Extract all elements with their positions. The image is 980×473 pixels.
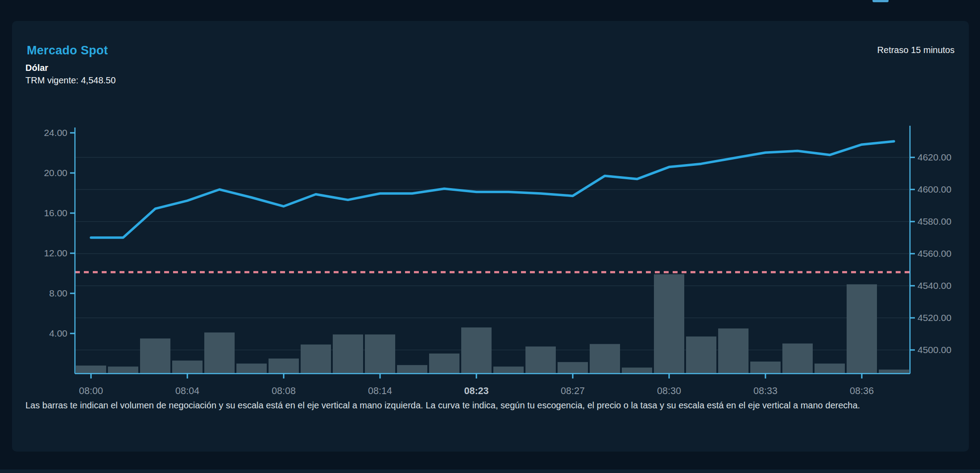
volume-bar[interactable] — [847, 284, 877, 374]
volume-bar[interactable] — [301, 345, 331, 374]
left-axis-label: 4.00 — [49, 328, 67, 338]
right-axis-label: 4600.00 — [918, 184, 951, 194]
volume-bar[interactable] — [365, 334, 395, 374]
left-axis-label: 12.00 — [44, 248, 67, 258]
right-axis-label: 4560.00 — [918, 248, 951, 259]
x-axis-label: 08:27 — [561, 386, 585, 396]
x-axis-label: 08:36 — [850, 386, 874, 396]
right-axis-label: 4620.00 — [918, 152, 951, 162]
volume-bar[interactable] — [461, 328, 492, 374]
left-axis-label: 24.00 — [44, 128, 67, 138]
left-axis-label: 8.00 — [49, 288, 67, 298]
volume-bar[interactable] — [879, 370, 909, 374]
x-axis-label: 08:23 — [464, 386, 489, 396]
volume-bar[interactable] — [718, 329, 748, 374]
volume-bar[interactable] — [397, 365, 427, 374]
volume-bar[interactable] — [622, 368, 652, 374]
volume-bar[interactable] — [782, 344, 813, 374]
bottom-strip — [0, 469, 980, 473]
volume-bar[interactable] — [429, 354, 459, 374]
volume-bar[interactable] — [590, 344, 620, 374]
x-axis-label: 08:33 — [753, 386, 777, 396]
volume-bar[interactable] — [236, 364, 267, 374]
left-axis-label: 16.00 — [44, 208, 67, 218]
chart-help-text: Las barras te indican el volumen de nego… — [25, 399, 953, 412]
x-axis-label: 08:08 — [272, 386, 296, 396]
volume-bar[interactable] — [525, 346, 556, 374]
x-axis-label: 08:14 — [368, 386, 392, 396]
right-axis-label: 4580.00 — [918, 216, 951, 226]
volume-bar[interactable] — [686, 337, 716, 374]
volume-bar[interactable] — [815, 364, 845, 374]
volume-bar[interactable] — [108, 366, 138, 374]
x-axis-label: 08:30 — [657, 386, 681, 396]
right-axis-label: 4520.00 — [918, 313, 951, 323]
right-axis-label: 4500.00 — [918, 345, 951, 355]
right-axis-label: 4540.00 — [918, 280, 951, 291]
volume-bar[interactable] — [333, 334, 363, 374]
volume-bar[interactable] — [204, 333, 235, 374]
volume-bar[interactable] — [654, 274, 684, 374]
left-axis-label: 20.00 — [44, 168, 67, 178]
volume-bar[interactable] — [140, 338, 170, 374]
volume-bar[interactable] — [493, 366, 524, 374]
volume-bar[interactable] — [269, 358, 299, 374]
volume-bar[interactable] — [172, 361, 203, 374]
volume-bar[interactable] — [558, 362, 588, 374]
x-axis-label: 08:04 — [175, 386, 199, 396]
volume-bar[interactable] — [76, 366, 106, 374]
volume-bar[interactable] — [750, 362, 781, 374]
x-axis-label: 08:00 — [79, 386, 103, 396]
